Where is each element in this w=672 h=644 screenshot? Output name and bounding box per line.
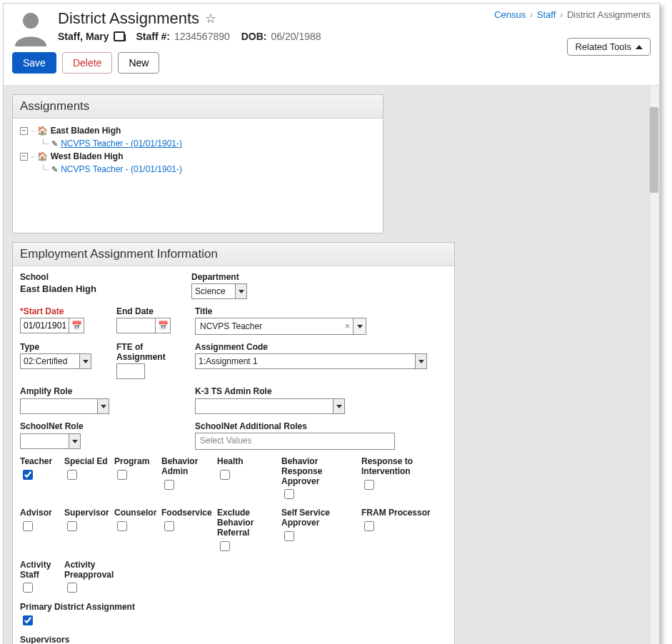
id-card-icon [114, 31, 125, 41]
teacher-checkbox[interactable] [23, 470, 33, 480]
type-select[interactable]: 02:Certified [20, 353, 91, 369]
counselor-checkbox[interactable] [117, 521, 127, 531]
supervisor-label: Supervisor [64, 508, 114, 518]
svg-point-0 [23, 13, 39, 29]
employment-info-panel: Employment Assignment Information School… [12, 242, 455, 644]
chevron-down-icon [357, 325, 363, 328]
breadcrumb: Census › Staff › District Assignments [494, 9, 651, 20]
primary-label: Primary District Assignment [20, 602, 447, 612]
supervisors-label: Supervisors [20, 635, 447, 644]
breadcrumb-staff[interactable]: Staff [537, 9, 556, 20]
chevron-down-icon [101, 405, 106, 408]
tree-expander[interactable]: − [20, 153, 28, 161]
start-date-label: *Start Date [20, 306, 102, 316]
health-label: Health [217, 457, 281, 467]
school-value: East Bladen High [20, 283, 96, 294]
caret-up-icon [636, 45, 643, 49]
tree-school-label: East Bladen High [51, 126, 121, 136]
fram-checkbox[interactable] [364, 521, 374, 531]
exclude-behavior-checkbox[interactable] [220, 541, 230, 551]
calendar-icon[interactable]: 📅 [155, 318, 171, 333]
behavior-response-label: Behavior Response Approver [281, 457, 361, 486]
end-date-input[interactable] [116, 318, 155, 333]
activity-staff-label: Activity Staff [20, 560, 64, 580]
special-ed-checkbox[interactable] [67, 470, 77, 480]
behavior-response-checkbox[interactable] [284, 489, 294, 499]
department-select[interactable]: Science [191, 283, 247, 299]
favorite-star-icon[interactable]: ☆ [205, 11, 216, 26]
scrollbar[interactable] [649, 86, 659, 644]
health-checkbox[interactable] [220, 470, 230, 480]
new-button[interactable]: New [118, 52, 159, 74]
scrollbar-thumb[interactable] [650, 107, 658, 193]
schoolnet-add-label: SchoolNet Additional Roles [195, 421, 395, 431]
activity-preapproval-checkbox[interactable] [67, 583, 77, 593]
tree-assignment-link[interactable]: NCVPS Teacher - (01/01/1901-) [61, 139, 182, 149]
start-date-input[interactable] [20, 318, 69, 333]
staff-name: Staff, Mary [58, 31, 109, 42]
self-service-label: Self Service Approver [281, 508, 361, 528]
title-select[interactable]: NCVPS Teacher × [195, 318, 366, 335]
assignment-code-select[interactable]: 1:Assignment 1 [195, 353, 427, 369]
schoolnet-add-select[interactable]: Select Values [195, 433, 395, 450]
chevron-down-icon [418, 360, 424, 363]
page-title: District Assignments [58, 9, 199, 28]
pencil-icon: ✎ [51, 139, 58, 149]
employment-info-header: Employment Assignment Information [13, 243, 454, 266]
amplify-label: Amplify Role [20, 386, 181, 396]
behavior-admin-label: Behavior Admin [161, 457, 217, 477]
chevron-down-icon [83, 360, 89, 363]
rti-label: Response to Intervention [361, 457, 447, 477]
clear-title-icon[interactable]: × [342, 321, 353, 331]
schoolnet-label: SchoolNet Role [20, 421, 181, 431]
tree-school-label: West Bladen High [51, 151, 124, 161]
dob: 06/20/1988 [271, 31, 321, 42]
advisor-label: Advisor [20, 508, 64, 518]
staff-num: 1234567890 [174, 31, 230, 42]
home-icon: 🏠 [37, 151, 48, 161]
activity-preapproval-label: Activity Preapproval [64, 560, 114, 580]
k3-select[interactable] [195, 398, 345, 414]
pencil-icon: ✎ [51, 165, 58, 174]
amplify-select[interactable] [20, 398, 109, 414]
assignments-header: Assignments [13, 95, 383, 119]
tree-expander[interactable]: − [20, 127, 28, 135]
foodservice-label: Foodservice [161, 508, 217, 518]
department-label: Department [191, 272, 247, 282]
counselor-label: Counselor [114, 508, 161, 518]
fram-label: FRAM Processor [361, 508, 447, 518]
rti-checkbox[interactable] [364, 480, 374, 490]
school-label: School [20, 272, 177, 282]
advisor-checkbox[interactable] [23, 521, 33, 531]
supervisor-checkbox[interactable] [67, 521, 77, 531]
special-ed-label: Special Ed [64, 457, 114, 467]
type-label: Type [20, 342, 102, 352]
schoolnet-select[interactable] [20, 433, 81, 449]
chevron-down-icon [336, 405, 342, 408]
breadcrumb-census[interactable]: Census [494, 9, 526, 20]
assignment-code-label: Assignment Code [195, 342, 427, 352]
related-tools-button[interactable]: Related Tools [567, 38, 651, 56]
end-date-label: End Date [116, 306, 181, 316]
teacher-label: Teacher [20, 457, 64, 467]
program-checkbox[interactable] [117, 470, 127, 480]
save-button[interactable]: Save [12, 52, 56, 74]
tree-assignment-link[interactable]: NCVPS Teacher - (01/01/1901-) [61, 164, 182, 174]
dob-label: DOB: [241, 31, 267, 42]
delete-button[interactable]: Delete [62, 52, 112, 74]
exclude-behavior-label: Exclude Behavior Referral [217, 508, 281, 538]
avatar [12, 9, 49, 46]
behavior-admin-checkbox[interactable] [164, 480, 174, 490]
calendar-icon[interactable]: 📅 [69, 318, 84, 333]
activity-staff-checkbox[interactable] [23, 583, 33, 593]
chevron-down-icon [239, 290, 244, 293]
foodservice-checkbox[interactable] [164, 521, 174, 531]
title-label: Title [195, 306, 366, 316]
fte-label: FTE of Assignment [116, 342, 181, 362]
breadcrumb-current: District Assignments [567, 9, 651, 20]
program-label: Program [114, 457, 161, 467]
staff-num-label: Staff #: [136, 31, 169, 42]
self-service-checkbox[interactable] [284, 531, 294, 541]
fte-input[interactable] [116, 363, 145, 379]
primary-checkbox[interactable] [23, 615, 33, 625]
